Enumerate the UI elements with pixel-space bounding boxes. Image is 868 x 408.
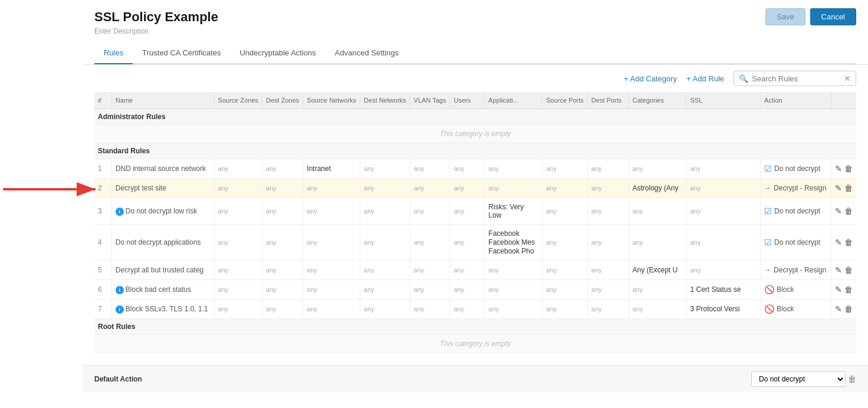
table-row: 1 DND internal source network any any In… bbox=[94, 159, 856, 179]
info-icon: i bbox=[116, 305, 124, 314]
toolbar: + Add Category + Add Rule 🔍 ✕ bbox=[83, 65, 868, 92]
row-number: 1 bbox=[94, 159, 111, 179]
delete-rule-button[interactable]: 🗑 bbox=[844, 206, 853, 216]
tab-trusted-ca[interactable]: Trusted CA Certificates bbox=[133, 42, 230, 64]
edit-rule-button[interactable]: ✎ bbox=[835, 265, 842, 275]
rule-ssl: 3 Protocol Versi bbox=[686, 300, 761, 319]
rule-dest-ports: any bbox=[587, 225, 629, 261]
default-action-dropdown[interactable]: Do not decrypt Decrypt - Resign Block bbox=[751, 371, 846, 387]
rule-edit-cell: ✎ 🗑 bbox=[831, 225, 856, 261]
edit-rule-button[interactable]: ✎ bbox=[835, 285, 842, 294]
rule-users: any bbox=[450, 198, 485, 225]
rule-dest-networks: any bbox=[360, 159, 410, 179]
do-not-decrypt-icon: ☑ bbox=[764, 164, 772, 173]
col-header-dest-networks: Dest Networks bbox=[360, 92, 410, 109]
tab-rules[interactable]: Rules bbox=[94, 42, 133, 64]
delete-rule-button[interactable]: 🗑 bbox=[844, 304, 853, 314]
rule-ssl: any bbox=[686, 261, 761, 280]
edit-rule-button[interactable]: ✎ bbox=[835, 304, 842, 314]
rule-applications: any bbox=[485, 261, 542, 280]
col-header-source-ports: Source Ports bbox=[542, 92, 588, 109]
delete-rule-button[interactable]: 🗑 bbox=[844, 238, 853, 247]
block-icon: 🚫 bbox=[764, 304, 774, 314]
rule-edit-cell: ✎ 🗑 bbox=[831, 300, 856, 319]
rule-dest-ports: any bbox=[587, 159, 629, 179]
col-header-dest-ports: Dest Ports bbox=[587, 92, 629, 109]
rule-edit-cell: ✎ 🗑 bbox=[831, 261, 856, 280]
search-input[interactable] bbox=[752, 74, 840, 83]
decrypt-resign-icon: → bbox=[764, 184, 771, 192]
do-not-decrypt-icon: ☑ bbox=[764, 206, 772, 216]
delete-rule-button[interactable]: 🗑 bbox=[844, 164, 853, 173]
rule-source-zones: any bbox=[214, 261, 262, 280]
col-header-vlan-tags: VLAN Tags bbox=[410, 92, 450, 109]
rule-source-ports: any bbox=[542, 179, 588, 198]
edit-rule-button[interactable]: ✎ bbox=[835, 206, 842, 216]
rule-applications: any bbox=[485, 159, 542, 179]
delete-rule-button[interactable]: 🗑 bbox=[844, 183, 853, 193]
rule-dest-ports: any bbox=[587, 280, 629, 300]
empty-label: This category is empty bbox=[94, 125, 856, 143]
rule-source-ports: any bbox=[542, 225, 588, 261]
rule-dest-zones: any bbox=[262, 159, 303, 179]
rule-source-networks: any bbox=[303, 198, 360, 225]
rule-applications: any bbox=[485, 179, 542, 198]
rule-dest-zones: any bbox=[262, 300, 303, 319]
default-action-select-area: Do not decrypt Decrypt - Resign Block 🗑 bbox=[751, 371, 856, 387]
rule-ssl: 1 Cert Status se bbox=[686, 280, 761, 300]
rule-vlan-tags: any bbox=[410, 198, 450, 225]
col-header-categories: Categories bbox=[629, 92, 686, 109]
rule-source-networks: any bbox=[303, 261, 360, 280]
category-label: Administrator Rules bbox=[94, 109, 856, 125]
category-root-rules: Root Rules bbox=[94, 319, 856, 335]
edit-rule-button[interactable]: ✎ bbox=[835, 164, 842, 173]
tab-advanced[interactable]: Advanced Settings bbox=[326, 42, 408, 64]
search-clear-icon[interactable]: ✕ bbox=[844, 74, 851, 83]
rule-dest-zones: any bbox=[262, 179, 303, 198]
col-header-action: Action bbox=[761, 92, 831, 109]
rule-source-networks: any bbox=[303, 300, 360, 319]
category-standard-rules: Standard Rules bbox=[94, 143, 856, 159]
col-header-applications: Applicati... bbox=[485, 92, 542, 109]
rule-source-ports: any bbox=[542, 198, 588, 225]
row-number: 5 bbox=[94, 261, 111, 280]
default-action-row: Default Action Do not decrypt Decrypt - … bbox=[83, 365, 868, 393]
rule-dest-networks: any bbox=[360, 198, 410, 225]
rule-categories: any bbox=[629, 300, 686, 319]
page-wrapper: Save Cancel SSL Policy Example Enter Des… bbox=[0, 0, 868, 408]
rule-users: any bbox=[450, 280, 485, 300]
search-box: 🔍 ✕ bbox=[734, 71, 856, 86]
rule-source-zones: any bbox=[214, 280, 262, 300]
add-category-button[interactable]: + Add Category bbox=[624, 74, 677, 83]
rule-name: iBlock SSLv3. TLS 1.0, 1.1 bbox=[111, 300, 214, 319]
row-number: 4 bbox=[94, 225, 111, 261]
rule-dest-zones: any bbox=[262, 261, 303, 280]
rule-users: any bbox=[450, 225, 485, 261]
category-label: Standard Rules bbox=[94, 143, 856, 159]
rule-applications: Risks: Very Low bbox=[485, 198, 542, 225]
add-rule-button[interactable]: + Add Rule bbox=[686, 74, 724, 83]
col-header-name: Name bbox=[111, 92, 214, 109]
action-label: Block bbox=[777, 305, 794, 313]
save-button[interactable]: Save bbox=[765, 8, 805, 25]
delete-rule-button[interactable]: 🗑 bbox=[844, 265, 853, 275]
edit-rule-button[interactable]: ✎ bbox=[835, 183, 842, 193]
edit-rule-button[interactable]: ✎ bbox=[835, 238, 842, 247]
rule-dest-networks: any bbox=[360, 280, 410, 300]
row-number: 3 bbox=[94, 198, 111, 225]
rule-source-ports: any bbox=[542, 300, 588, 319]
rule-source-zones: any bbox=[214, 198, 262, 225]
rule-dest-networks: any bbox=[360, 179, 410, 198]
tab-undecryptable[interactable]: Undecryptable Actions bbox=[230, 42, 325, 64]
block-icon: 🚫 bbox=[764, 285, 774, 294]
rule-dest-networks: any bbox=[360, 225, 410, 261]
table-row: 7 iBlock SSLv3. TLS 1.0, 1.1 any any any… bbox=[94, 300, 856, 319]
rule-ssl: any bbox=[686, 198, 761, 225]
cancel-button[interactable]: Cancel bbox=[810, 8, 856, 25]
default-action-delete-icon[interactable]: 🗑 bbox=[848, 374, 856, 384]
rule-ssl: any bbox=[686, 225, 761, 261]
empty-label: This category is empty bbox=[94, 335, 856, 353]
rule-action: ☑ Do not decrypt bbox=[761, 225, 831, 261]
delete-rule-button[interactable]: 🗑 bbox=[844, 285, 853, 294]
rule-action: → Decrypt - Resign bbox=[761, 261, 831, 280]
